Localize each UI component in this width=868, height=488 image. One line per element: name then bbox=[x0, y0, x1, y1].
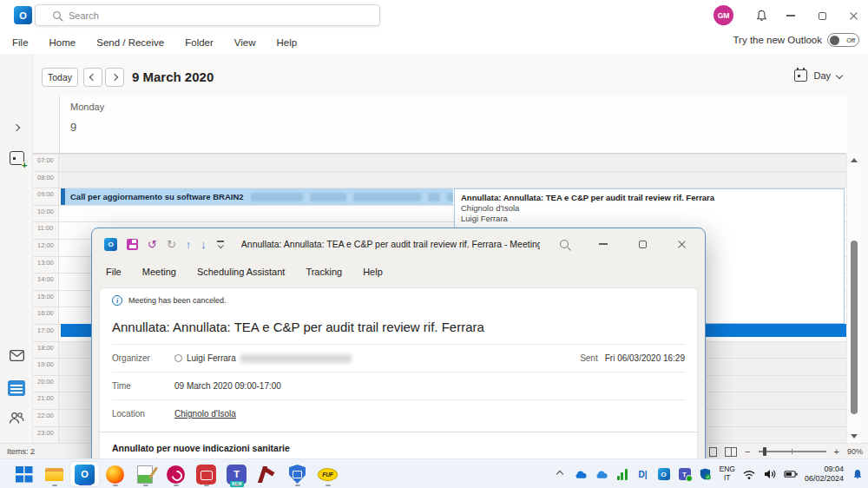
calendar-nav-icon[interactable] bbox=[0, 380, 33, 396]
maximize-button[interactable] bbox=[809, 7, 835, 24]
hour-label: 10:00 bbox=[33, 206, 59, 222]
people-nav-icon[interactable] bbox=[0, 412, 33, 425]
menu-item[interactable]: File bbox=[12, 37, 29, 48]
tray-time: 09:04 bbox=[824, 465, 844, 474]
zoom-in-button[interactable]: + bbox=[834, 446, 839, 457]
d-app-icon[interactable]: D| bbox=[636, 467, 650, 481]
network-monitor-icon[interactable] bbox=[615, 467, 629, 481]
close-button[interactable] bbox=[840, 7, 866, 24]
mail-nav-icon[interactable] bbox=[0, 350, 33, 361]
avatar[interactable]: GM bbox=[713, 5, 733, 25]
new-event-icon[interactable]: + bbox=[0, 151, 33, 165]
scrollbar-thumb[interactable] bbox=[851, 241, 858, 414]
search-icon bbox=[53, 11, 61, 19]
hour-label: 11:00 bbox=[33, 222, 59, 239]
new-outlook-toggle[interactable]: Off bbox=[827, 33, 859, 47]
calendar-scrollbar[interactable] bbox=[846, 154, 860, 443]
reading-view-icon[interactable] bbox=[725, 447, 737, 457]
customize-toolbar-icon[interactable] bbox=[216, 241, 225, 247]
hour-row[interactable]: 08:00 bbox=[33, 171, 846, 188]
redo-icon[interactable]: ↻ bbox=[167, 239, 176, 250]
meeting-menu-item[interactable]: Help bbox=[363, 267, 383, 277]
location-label: Location bbox=[112, 409, 174, 419]
certificate-app-icon bbox=[196, 465, 216, 485]
hour-label: 21:00 bbox=[33, 392, 59, 409]
today-button[interactable]: Today bbox=[42, 68, 78, 87]
previous-day-button[interactable] bbox=[83, 68, 102, 87]
menu-item[interactable]: Help bbox=[277, 37, 298, 48]
meeting-search-icon[interactable] bbox=[549, 234, 579, 254]
calendar-event-brain2[interactable]: Call per aggiornamento su software BRAIN… bbox=[61, 188, 453, 205]
volume-icon[interactable] bbox=[763, 467, 777, 481]
menu-item[interactable]: Send / Receive bbox=[96, 37, 164, 48]
redacted-text bbox=[353, 193, 421, 201]
expand-pane-icon[interactable] bbox=[0, 125, 33, 130]
menu-item[interactable]: Folder bbox=[185, 37, 214, 48]
search-input[interactable]: Search bbox=[35, 4, 380, 26]
menu-item[interactable]: Home bbox=[49, 37, 76, 48]
next-item-icon[interactable]: ↓ bbox=[201, 239, 207, 250]
language-switcher[interactable]: ENGIT bbox=[720, 465, 735, 483]
undo-icon[interactable]: ↺ bbox=[148, 239, 157, 250]
notification-bell-icon[interactable] bbox=[851, 467, 865, 481]
notifications-bell-icon[interactable] bbox=[748, 7, 774, 24]
file-explorer-icon bbox=[44, 465, 64, 485]
hour-row[interactable]: 07:00 bbox=[33, 154, 846, 171]
single-page-view-icon[interactable] bbox=[709, 447, 717, 457]
event-location: Chignolo d'Isola bbox=[461, 203, 838, 214]
event-title: Annullata: Annullata: TEA e C&P per audi… bbox=[461, 192, 838, 203]
view-picker[interactable]: Day bbox=[794, 69, 842, 82]
onedrive-icon[interactable] bbox=[574, 467, 588, 481]
redacted-email bbox=[240, 354, 352, 363]
teams-tray-icon[interactable]: T bbox=[678, 467, 692, 481]
windows-start-icon bbox=[14, 465, 34, 485]
battery-icon[interactable] bbox=[784, 467, 798, 481]
meeting-maximize-button[interactable] bbox=[628, 234, 657, 254]
outlook-icon: O bbox=[104, 238, 117, 251]
meeting-menu-item[interactable]: File bbox=[106, 267, 122, 277]
previous-item-icon[interactable]: ↑ bbox=[186, 239, 192, 250]
location-row: Location Chignolo d'Isola bbox=[100, 400, 697, 427]
outlook-tray-icon[interactable]: O bbox=[657, 467, 671, 481]
zoom-slider[interactable] bbox=[759, 451, 826, 452]
organizer-name[interactable]: Luigi Ferrara bbox=[187, 353, 236, 363]
meeting-close-button[interactable] bbox=[667, 234, 696, 254]
redacted-text bbox=[428, 193, 440, 201]
scroll-up-icon[interactable] bbox=[851, 158, 858, 162]
wifi-icon[interactable] bbox=[742, 467, 756, 481]
meeting-menu-item[interactable]: Tracking bbox=[306, 267, 342, 277]
clock[interactable]: 09:04 06/02/2024 bbox=[805, 465, 844, 484]
meeting-menu-item[interactable]: Scheduling Assistant bbox=[197, 267, 286, 277]
outlook-titlebar: O Search GM bbox=[0, 0, 868, 30]
info-icon: i bbox=[112, 295, 122, 306]
hour-cell[interactable] bbox=[59, 172, 846, 188]
zoom-out-button[interactable]: − bbox=[745, 446, 750, 457]
minimize-button[interactable] bbox=[778, 7, 804, 24]
try-new-outlook-label: Try the new Outlook bbox=[733, 35, 822, 45]
meeting-menu-item[interactable]: Meeting bbox=[142, 267, 176, 277]
sent-label: Sent bbox=[580, 353, 598, 363]
zoom-level[interactable]: 90% bbox=[847, 447, 863, 456]
zoom-slider-thumb[interactable] bbox=[763, 447, 766, 456]
next-day-button[interactable] bbox=[105, 68, 124, 87]
event-title: Call per aggiornamento su software BRAIN… bbox=[70, 192, 244, 201]
save-icon[interactable] bbox=[127, 239, 138, 250]
outlook-logo-icon: O bbox=[14, 6, 32, 24]
location-link[interactable]: Chignolo d'Isola bbox=[174, 409, 236, 419]
hour-label: 22:00 bbox=[33, 410, 59, 426]
gutter-top bbox=[33, 96, 59, 154]
tray-date: 06/02/2024 bbox=[805, 474, 844, 484]
meeting-content: i Meeting has been canceled. Annullata: … bbox=[99, 287, 698, 487]
scroll-down-icon[interactable] bbox=[851, 434, 858, 439]
person-icon bbox=[174, 354, 182, 362]
hour-cell[interactable] bbox=[59, 155, 846, 171]
system-tray: D| O T ENGIT 09:04 06/02/2024 bbox=[553, 459, 865, 488]
onedrive-business-icon[interactable] bbox=[595, 467, 608, 481]
menu-item[interactable]: View bbox=[234, 37, 256, 48]
tray-expand-icon[interactable] bbox=[553, 467, 567, 481]
defender-shield-icon[interactable] bbox=[699, 467, 713, 481]
outlook-taskbar-icon: O bbox=[75, 465, 95, 485]
image-editor-icon bbox=[135, 465, 155, 485]
meeting-minimize-button[interactable] bbox=[589, 234, 618, 254]
hour-label: 13:00 bbox=[33, 257, 59, 274]
